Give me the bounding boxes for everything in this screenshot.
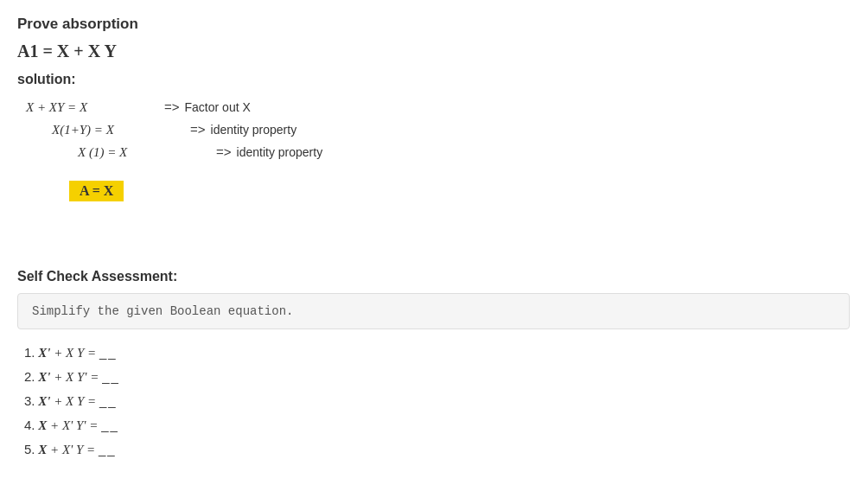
instruction-box: Simplify the given Boolean equation. xyxy=(17,293,850,329)
q1-number: 1. xyxy=(24,345,35,360)
step-1-note: Factor out X xyxy=(185,100,251,114)
q3-text: X' + X Y = __ xyxy=(38,394,117,408)
q4-number: 4. xyxy=(24,418,35,432)
question-1: 1. X' + X Y = __ xyxy=(24,345,850,360)
step-1-arrow: => xyxy=(164,99,180,114)
question-5: 5. X + X' Y = __ xyxy=(24,442,850,457)
step-3-arrow: => xyxy=(216,144,232,159)
result-badge: A = X xyxy=(69,181,124,201)
step-3: X (1) = X => identity property xyxy=(78,144,850,160)
section-divider xyxy=(17,236,850,237)
page-title: Prove absorption xyxy=(17,16,850,33)
q1-text: X' + X Y = __ xyxy=(38,346,117,360)
question-list: 1. X' + X Y = __ 2. X' + X Y' = __ 3. X'… xyxy=(24,345,850,457)
q3-number: 3. xyxy=(24,393,35,408)
step-2: X(1+Y) = X => identity property xyxy=(52,122,850,137)
question-2: 2. X' + X Y' = __ xyxy=(24,369,850,385)
q2-number: 2. xyxy=(24,369,35,384)
step-1-expr: X + XY = X xyxy=(26,100,164,115)
question-4: 4. X + X' Y' = __ xyxy=(24,418,850,433)
step-1: X + XY = X => Factor out X xyxy=(26,99,850,115)
main-equation: A1 = X + X Y xyxy=(17,41,850,61)
solution-steps: X + XY = X => Factor out X X(1+Y) = X =>… xyxy=(26,99,850,160)
q2-text: X' + X Y' = __ xyxy=(38,370,120,384)
step-2-arrow: => xyxy=(190,122,206,137)
q5-number: 5. xyxy=(24,442,35,456)
equation-label: A1 = X + X Y xyxy=(17,41,117,61)
q5-text: X + X' Y = __ xyxy=(38,443,116,456)
question-3: 3. X' + X Y = __ xyxy=(24,393,850,409)
step-2-note: identity property xyxy=(211,123,297,137)
self-check-title: Self Check Assessment: xyxy=(17,269,850,284)
step-2-expr: X(1+Y) = X xyxy=(52,123,190,137)
step-3-expr: X (1) = X xyxy=(78,145,216,160)
solution-label: solution: xyxy=(17,72,850,87)
step-3-note: identity property xyxy=(237,145,323,159)
q4-text: X + X' Y' = __ xyxy=(38,418,119,432)
